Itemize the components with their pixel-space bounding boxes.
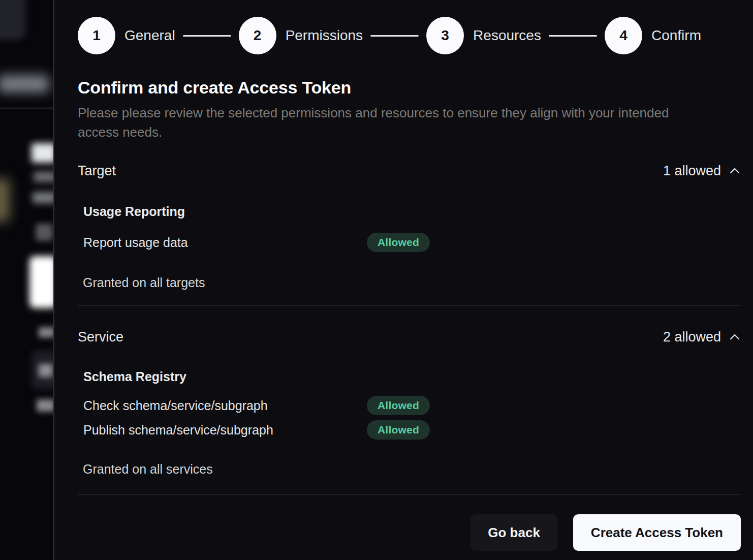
go-back-button[interactable]: Go back [470, 514, 557, 551]
step-permissions[interactable]: 2 Permissions [239, 17, 363, 54]
step-connector-line [549, 35, 597, 37]
blurred-heading [32, 143, 53, 163]
page-subtitle: Please please review the selected permis… [78, 103, 708, 142]
create-access-token-panel: 1 General 2 Permissions 3 Resources 4 Co… [53, 0, 753, 560]
blurred-divider [0, 108, 53, 109]
step-number-circle: 4 [605, 17, 642, 54]
step-number-circle: 1 [78, 17, 115, 54]
blurred-nav-item [0, 0, 25, 40]
blurred-text-line [37, 399, 53, 412]
allowed-count-label: 2 allowed [663, 329, 721, 345]
app-window: 1 General 2 Permissions 3 Resources 4 Co… [0, 0, 753, 560]
step-confirm[interactable]: 4 Confirm [605, 17, 701, 54]
permission-group-title: Schema Registry [83, 368, 741, 385]
permission-row: Publish schema/service/subgraph Allowed [83, 420, 741, 440]
target-section-header[interactable]: Target 1 allowed [78, 162, 741, 179]
step-number-circle: 3 [426, 17, 464, 54]
step-label: Permissions [286, 27, 363, 44]
modal-footer: Go back Create Access Token [78, 514, 741, 551]
status-badge: Allowed [367, 233, 430, 252]
step-resources[interactable]: 3 Resources [426, 17, 541, 54]
create-access-token-button[interactable]: Create Access Token [573, 514, 741, 551]
footer-divider [78, 494, 741, 495]
section-divider [78, 305, 741, 306]
step-connector-line [370, 35, 419, 37]
permission-label: Report usage data [83, 233, 367, 252]
granted-note: Granted on all targets [83, 274, 741, 291]
permission-label: Check schema/service/subgraph [83, 396, 367, 415]
section-title: Target [78, 162, 116, 179]
allowed-count: 1 allowed [663, 163, 741, 179]
blurred-text-line [39, 327, 53, 337]
step-general[interactable]: 1 General [78, 17, 175, 54]
step-label: Confirm [651, 27, 701, 44]
step-label: Resources [473, 27, 541, 44]
chevron-up-icon[interactable] [729, 332, 741, 342]
step-number-circle: 2 [239, 17, 276, 54]
chevron-up-icon[interactable] [729, 166, 741, 176]
step-connector-line [183, 35, 231, 37]
permission-label: Publish schema/service/subgraph [83, 420, 367, 440]
permission-row: Report usage data Allowed [83, 233, 741, 252]
blurred-text-line [39, 364, 53, 377]
page-title: Confirm and create Access Token [78, 77, 741, 98]
wizard-stepper: 1 General 2 Permissions 3 Resources 4 Co… [78, 17, 741, 54]
status-badge: Allowed [367, 420, 430, 440]
status-badge: Allowed [367, 396, 430, 415]
section-title: Service [78, 328, 123, 346]
permission-group-title: Usage Reporting [83, 203, 741, 220]
permission-row: Check schema/service/subgraph Allowed [83, 396, 741, 415]
allowed-count: 2 allowed [663, 329, 741, 345]
service-section: Service 2 allowed Schema Registry Check … [78, 328, 741, 477]
blurred-icon [36, 224, 53, 241]
blurred-nav-label [0, 75, 49, 92]
blurred-text-line [33, 192, 53, 203]
blurred-white-card [29, 256, 53, 308]
blurred-accent-shape [0, 179, 9, 222]
granted-note: Granted on all services [83, 461, 741, 477]
service-section-header[interactable]: Service 2 allowed [78, 328, 741, 346]
allowed-count-label: 1 allowed [663, 163, 721, 179]
blurred-background [0, 0, 53, 560]
target-section: Target 1 allowed Usage Reporting Report … [78, 162, 741, 291]
step-label: General [124, 27, 175, 44]
blurred-text-line [34, 172, 53, 182]
